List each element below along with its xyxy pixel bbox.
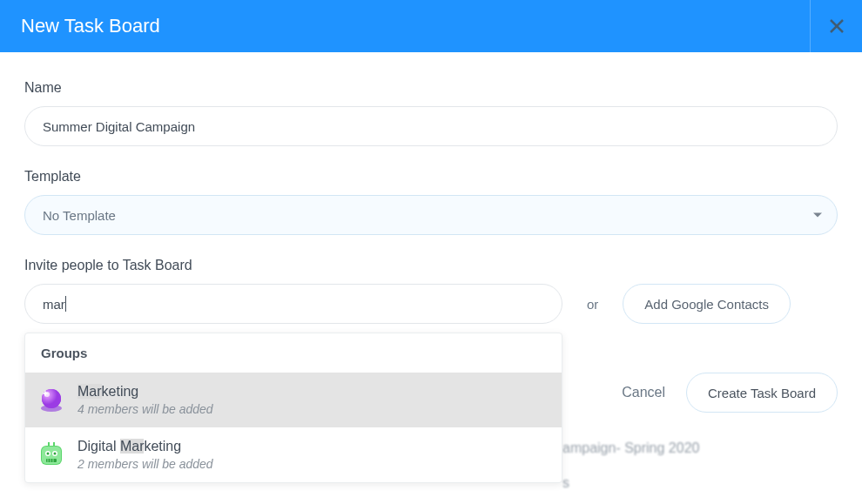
text-caret xyxy=(65,296,66,312)
invite-input-wrapper: mar Groups xyxy=(24,284,562,324)
invite-field-group: Invite people to Task Board mar Groups xyxy=(24,258,838,324)
background-obscured-text: s xyxy=(562,475,569,491)
group-avatar-icon xyxy=(37,386,65,413)
background-obscured-text: ampaign- Spring 2020 xyxy=(562,440,699,456)
autocomplete-dropdown: Groups xyxy=(24,333,562,483)
close-icon xyxy=(829,18,845,34)
new-task-board-modal: New Task Board Name Template No Template… xyxy=(0,0,862,324)
create-task-board-button[interactable]: Create Task Board xyxy=(686,373,838,413)
group-text-block: Digital Marketing 2 members will be adde… xyxy=(77,438,213,472)
cancel-button[interactable]: Cancel xyxy=(622,385,665,400)
modal-body: Name Template No Template Invite people … xyxy=(0,52,862,324)
modal-title: New Task Board xyxy=(21,15,160,37)
template-label: Template xyxy=(24,169,838,185)
svg-rect-17 xyxy=(53,442,55,447)
template-field-group: Template No Template xyxy=(24,169,838,235)
invite-input-value: mar xyxy=(43,297,65,312)
group-avatar-icon xyxy=(37,440,65,468)
template-select[interactable]: No Template xyxy=(24,195,838,235)
invite-row: mar Groups xyxy=(24,284,838,324)
dropdown-item-digital-marketing[interactable]: Digital Marketing 2 members will be adde… xyxy=(25,427,562,482)
add-google-contacts-button[interactable]: Add Google Contacts xyxy=(623,284,791,324)
dropdown-item-marketing[interactable]: Marketing 4 members will be added xyxy=(25,373,562,427)
modal-footer: Cancel Create Task Board xyxy=(622,373,838,413)
svg-point-10 xyxy=(47,453,50,455)
dropdown-groups-header: Groups xyxy=(25,333,562,373)
template-select-wrapper: No Template xyxy=(24,195,838,235)
group-name: Marketing xyxy=(77,383,213,401)
group-text-block: Marketing 4 members will be added xyxy=(77,383,213,417)
or-separator: or xyxy=(580,297,605,312)
name-label: Name xyxy=(24,80,838,96)
invite-label: Invite people to Task Board xyxy=(24,258,838,273)
svg-rect-16 xyxy=(48,442,50,447)
invite-input[interactable]: mar xyxy=(24,284,562,324)
group-name: Digital Marketing xyxy=(77,438,213,456)
group-subtext: 2 members will be added xyxy=(77,456,213,472)
svg-point-11 xyxy=(54,453,57,455)
modal-header: New Task Board xyxy=(0,0,862,52)
group-subtext: 4 members will be added xyxy=(77,401,213,417)
close-button[interactable] xyxy=(810,0,862,52)
name-input[interactable] xyxy=(24,106,838,146)
name-field-group: Name xyxy=(24,80,838,146)
